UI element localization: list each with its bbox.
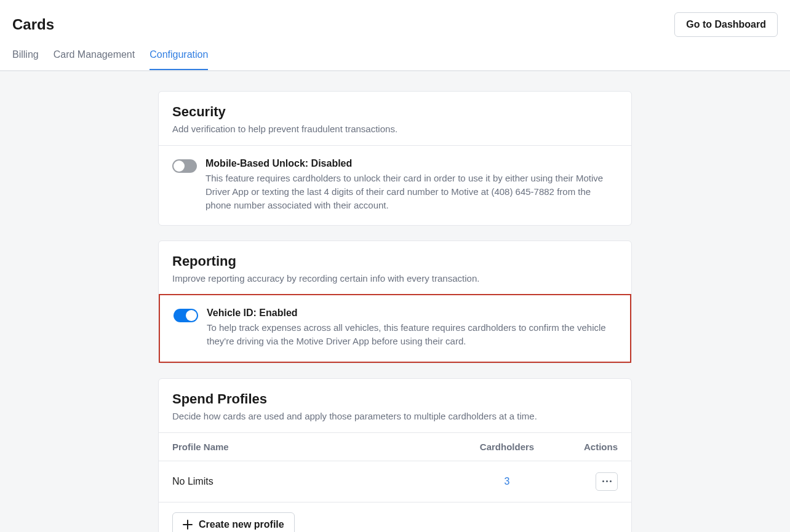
mobile-unlock-title: Mobile-Based Unlock: Disabled bbox=[205, 158, 618, 169]
tab-billing[interactable]: Billing bbox=[12, 49, 39, 70]
vehicle-id-title: Vehicle ID: Enabled bbox=[207, 308, 616, 319]
reporting-card: Reporting Improve reporting accuracy by … bbox=[158, 240, 632, 363]
vehicle-id-highlight: Vehicle ID: Enabled To help track expens… bbox=[159, 294, 631, 363]
col-profile-name: Profile Name bbox=[172, 442, 458, 452]
spend-subtitle: Decide how cards are used and apply thos… bbox=[172, 411, 618, 421]
security-card: Security Add verification to help preven… bbox=[158, 91, 632, 226]
security-title: Security bbox=[172, 104, 618, 120]
col-cardholders: Cardholders bbox=[458, 442, 556, 452]
reporting-subtitle: Improve reporting accuracy by recording … bbox=[172, 273, 618, 284]
plus-icon bbox=[183, 520, 193, 530]
col-actions: Actions bbox=[556, 442, 618, 452]
vehicle-id-row: Vehicle ID: Enabled To help track expens… bbox=[160, 295, 630, 362]
table-row: No Limits 3 bbox=[159, 461, 631, 502]
tab-configuration[interactable]: Configuration bbox=[150, 49, 208, 70]
mobile-unlock-toggle[interactable] bbox=[172, 159, 197, 173]
more-icon bbox=[602, 480, 612, 482]
tab-card-management[interactable]: Card Management bbox=[54, 49, 135, 70]
cardholders-link[interactable]: 3 bbox=[458, 476, 556, 487]
spend-title: Spend Profiles bbox=[172, 391, 618, 407]
security-subtitle: Add verification to help prevent fraudul… bbox=[172, 124, 618, 134]
go-to-dashboard-button[interactable]: Go to Dashboard bbox=[674, 12, 778, 37]
create-profile-label: Create new profile bbox=[199, 519, 284, 530]
vehicle-id-desc: To help track expenses across all vehicl… bbox=[207, 321, 616, 348]
tabs-nav: Billing Card Management Configuration bbox=[0, 37, 790, 71]
toggle-knob bbox=[174, 161, 185, 172]
vehicle-id-toggle[interactable] bbox=[174, 309, 198, 322]
profile-name-cell: No Limits bbox=[172, 476, 458, 487]
toggle-knob bbox=[186, 310, 197, 321]
create-profile-button[interactable]: Create new profile bbox=[172, 512, 295, 532]
mobile-unlock-desc: This feature requires cardholders to unl… bbox=[205, 172, 618, 212]
row-actions-button[interactable] bbox=[596, 472, 618, 491]
page-title: Cards bbox=[12, 16, 54, 33]
spend-table-head: Profile Name Cardholders Actions bbox=[159, 432, 631, 461]
spend-profiles-card: Spend Profiles Decide how cards are used… bbox=[158, 378, 632, 532]
reporting-title: Reporting bbox=[172, 253, 618, 269]
mobile-unlock-row: Mobile-Based Unlock: Disabled This featu… bbox=[159, 146, 631, 225]
